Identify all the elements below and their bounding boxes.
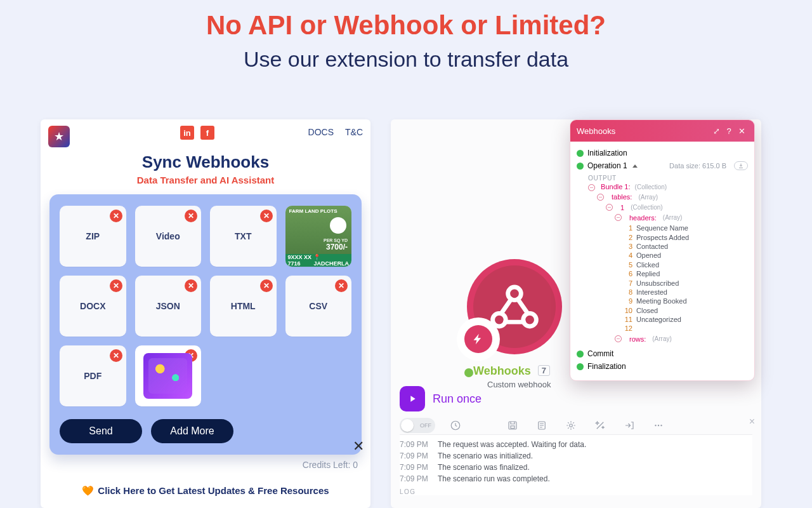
status-ok-icon	[577, 351, 584, 358]
tree-header-item[interactable]: 8Interested	[624, 288, 748, 297]
output-label: OUTPUT	[577, 172, 748, 183]
svg-rect-5	[511, 426, 514, 429]
tile-remove-icon[interactable]: ✕	[260, 210, 273, 222]
collapse-icon[interactable]: –	[597, 194, 604, 201]
download-chip-icon[interactable]	[734, 161, 748, 170]
svg-point-2	[523, 313, 537, 326]
ad-ribbon: 9XXX XX 7716 📍 JADCHERLA	[285, 254, 352, 267]
inspector-title: Webhooks	[577, 126, 615, 136]
tree-rows[interactable]: –rows: (Array)	[615, 335, 748, 344]
log-row: 7:09 PMThe request was accepted. Waiting…	[400, 439, 752, 450]
log-row: 7:09 PMThe scenario was initialized.	[400, 450, 752, 462]
help-icon[interactable]: ?	[723, 126, 735, 136]
tree-bundle[interactable]: – Bundle 1: (Collection)	[588, 183, 748, 191]
status-ok-icon	[464, 368, 473, 377]
notes-icon[interactable]	[533, 417, 551, 434]
collapse-icon[interactable]: –	[606, 204, 613, 211]
tree-header-item[interactable]: 4Opened	[624, 251, 748, 260]
webhook-icon	[487, 279, 542, 334]
play-icon[interactable]	[400, 386, 425, 411]
tile-remove-icon[interactable]: ✕	[335, 279, 348, 292]
clock-icon[interactable]	[447, 417, 464, 434]
inspector-body: Initialization Operation 1 Data size: 61…	[570, 142, 754, 380]
tree-header-item[interactable]: 7Unsubscribed	[624, 278, 748, 287]
status-ok-icon	[577, 363, 584, 370]
tree-header-item[interactable]: 6Replied	[624, 269, 748, 278]
tree-tables-1[interactable]: –1 (Collection)	[606, 203, 748, 211]
tile-remove-icon[interactable]: ✕	[110, 210, 122, 222]
tile-remove-icon[interactable]: ✕	[185, 279, 197, 292]
close-icon[interactable]: ✕	[735, 126, 748, 136]
updates-cta[interactable]: 🧡Click Here to Get Latest Updates & Free…	[41, 485, 370, 497]
close-icon[interactable]: ✕	[353, 438, 364, 455]
save-icon[interactable]	[504, 417, 521, 434]
tile-label: JSON	[156, 301, 180, 311]
tile-label: TXT	[235, 231, 251, 241]
tile-label: HTML	[231, 301, 256, 311]
tile-remove-icon[interactable]: ✕	[110, 349, 122, 362]
linkedin-icon[interactable]: in	[180, 126, 194, 140]
tile-label: Video	[156, 231, 180, 241]
tree-header-item[interactable]: 1Sequence Name	[624, 224, 748, 232]
bolt-icon	[472, 333, 485, 345]
facebook-icon[interactable]: f	[200, 126, 214, 140]
scenario-canvas: Webhooks 7 Custom webhook Run once OFF S…	[391, 119, 761, 508]
nav-docs[interactable]: DOCS	[308, 127, 334, 137]
collapse-icon[interactable]: –	[615, 214, 622, 221]
tile-csv[interactable]: ✕CSV	[285, 276, 352, 337]
magic-icon[interactable]	[591, 417, 609, 434]
run-once-control[interactable]: Run once	[400, 386, 481, 411]
more-icon[interactable]	[650, 417, 667, 434]
actions-row: Send Add More	[60, 419, 351, 443]
tile-image-ad[interactable]: ✕ FARM LAND PLOTS PER SQ YD3700/- 9XXX X…	[285, 206, 352, 267]
tile-pdf[interactable]: ✕PDF	[60, 345, 126, 406]
collapse-icon[interactable]: –	[588, 184, 595, 191]
tile-remove-icon[interactable]: ✕	[110, 279, 122, 292]
nav-tc[interactable]: T&C	[345, 127, 363, 137]
add-more-button[interactable]: Add More	[151, 419, 233, 443]
ad-title: FARM LAND PLOTS	[289, 208, 337, 214]
status-operation[interactable]: Operation 1 Data size: 615.0 B	[577, 159, 748, 172]
send-button[interactable]: Send	[60, 419, 142, 443]
illustration-icon	[143, 353, 192, 398]
tile-image-illustration[interactable]: ✕	[135, 345, 202, 406]
run-once-label: Run once	[433, 392, 481, 406]
tree-header-item[interactable]: 9Meeting Booked	[624, 297, 748, 305]
inspector-header: Webhooks ⤢ ? ✕	[570, 120, 754, 142]
tree-headers[interactable]: –headers: (Array)	[615, 213, 748, 222]
node-subtitle: Custom webhook	[487, 380, 551, 389]
tile-docx[interactable]: ✕DOCX	[60, 276, 126, 337]
tile-remove-icon[interactable]: ✕	[185, 210, 197, 222]
status-initialization[interactable]: Initialization	[577, 147, 748, 159]
ad-thumbnail: FARM LAND PLOTS PER SQ YD3700/- 9XXX XX …	[285, 206, 352, 267]
tree-header-item[interactable]: 3Contacted	[624, 242, 748, 251]
tree-header-item[interactable]: 12	[624, 324, 748, 333]
scheduling-toggle[interactable]: OFF	[400, 418, 435, 433]
tree-tables[interactable]: –tables: (Array)	[597, 192, 748, 201]
status-finalization[interactable]: Finalization	[577, 360, 748, 373]
settings-icon[interactable]	[562, 417, 580, 434]
log-close-icon[interactable]: ×	[749, 416, 755, 427]
page: No API or Webhook or Limited? Use our ex…	[0, 10, 812, 508]
svg-point-10	[660, 425, 662, 426]
export-icon[interactable]	[620, 417, 638, 434]
tree-header-item[interactable]: 2Prospects Added	[624, 233, 748, 242]
inspector-panel[interactable]: Webhooks ⤢ ? ✕ Initialization Operation …	[570, 119, 755, 381]
chevron-up-icon	[632, 164, 638, 168]
status-commit[interactable]: Commit	[577, 347, 748, 360]
collapse-icon[interactable]: –	[615, 335, 622, 342]
log-label: LOG	[400, 488, 752, 495]
tile-video[interactable]: ✕Video	[135, 206, 202, 267]
tree-header-item[interactable]: 11Uncategorized	[624, 315, 748, 324]
tile-zip[interactable]: ✕ZIP	[60, 206, 126, 267]
tile-txt[interactable]: ✕TXT	[210, 206, 277, 267]
tree-header-item[interactable]: 5Clicked	[624, 260, 748, 269]
tile-remove-icon[interactable]: ✕	[260, 279, 273, 292]
tile-html[interactable]: ✕HTML	[210, 276, 277, 337]
expand-icon[interactable]: ⤢	[710, 126, 723, 136]
svg-point-9	[658, 425, 659, 426]
tree-header-item[interactable]: 10Closed	[624, 306, 748, 315]
attachments-grid: ✕ZIP ✕Video ✕TXT ✕ FARM LAND PLOTS PER S…	[60, 206, 351, 406]
tile-json[interactable]: ✕JSON	[135, 276, 202, 337]
social-links: in f	[180, 126, 214, 140]
